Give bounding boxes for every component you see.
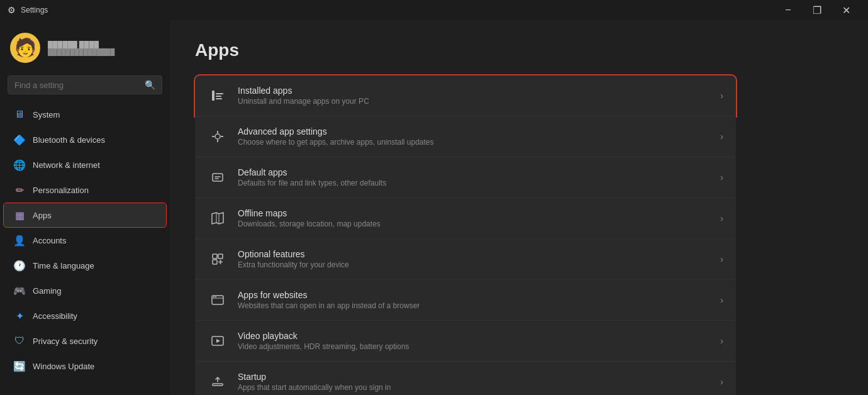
nav-item-gaming[interactable]: 🎮 Gaming (4, 279, 166, 303)
maximize-button[interactable]: ❐ (803, 0, 832, 20)
chevron-icon: › (720, 295, 723, 305)
settings-item-offline-maps[interactable]: Offline maps Downloads, storage location… (195, 198, 736, 239)
minimize-button[interactable]: − (774, 0, 803, 20)
chevron-icon: › (720, 131, 723, 142)
svg-rect-14 (218, 254, 223, 259)
nav-item-privacy[interactable]: 🛡 Privacy & security (4, 329, 166, 353)
nav-item-bluetooth[interactable]: 🔷 Bluetooth & devices (4, 128, 166, 152)
settings-item-text: Apps for websites Websites that can open… (238, 290, 420, 310)
nav-item-apps[interactable]: ▦ Apps (4, 203, 166, 227)
accessibility-icon: ✦ (14, 310, 25, 321)
titlebar-left: ⚙ Settings (8, 5, 48, 15)
optional-features-title: Optional features (238, 249, 349, 259)
advanced-app-settings-desc: Choose where to get apps, archive apps, … (238, 138, 434, 147)
offline-maps-desc: Downloads, storage location, map updates (238, 220, 381, 228)
settings-item-video-playback[interactable]: Video playback Video adjustments, HDR st… (195, 321, 736, 362)
accounts-icon: 👤 (14, 235, 25, 246)
nav-item-accounts[interactable]: 👤 Accounts (4, 228, 166, 252)
nav-label-accessibility: Accessibility (33, 311, 77, 321)
settings-item-left: Installed apps Uninstall and manage apps… (208, 86, 369, 106)
settings-item-advanced-app-settings[interactable]: Advanced app settings Choose where to ge… (195, 116, 736, 157)
default-apps-icon (208, 167, 228, 187)
settings-item-text: Default apps Defaults for file and link … (238, 167, 386, 187)
nav-label-accounts: Accounts (33, 236, 66, 245)
apps-for-websites-icon (208, 290, 228, 310)
svg-rect-6 (217, 140, 218, 142)
installed-apps-title: Installed apps (238, 86, 369, 96)
personalization-icon: ✏ (14, 184, 25, 196)
chevron-icon: › (720, 172, 723, 182)
default-apps-title: Default apps (238, 167, 386, 177)
nav-item-system[interactable]: 🖥 System (4, 103, 166, 126)
svg-rect-0 (212, 91, 214, 101)
nav-item-accessibility[interactable]: ✦ Accessibility (4, 304, 166, 328)
settings-item-left: Advanced app settings Choose where to ge… (208, 126, 434, 147)
bluetooth-icon: 🔷 (14, 134, 25, 145)
offline-maps-icon (208, 208, 228, 228)
titlebar: ⚙ Settings − ❐ ✕ (0, 0, 868, 20)
user-email: ███████████████ (48, 48, 114, 55)
time-icon: 🕐 (14, 260, 25, 271)
settings-item-text: Advanced app settings Choose where to ge… (238, 126, 434, 147)
settings-item-left: Video playback Video adjustments, HDR st… (208, 331, 409, 351)
settings-item-default-apps[interactable]: Default apps Defaults for file and link … (195, 157, 736, 198)
nav-label-system: System (33, 110, 60, 120)
advanced-app-settings-icon (208, 126, 228, 147)
search-input[interactable] (14, 81, 140, 90)
settings-item-left: Offline maps Downloads, storage location… (208, 208, 381, 228)
svg-rect-5 (217, 131, 218, 133)
sidebar: 🧑 ██████ ████ ███████████████ 🔍 🖥 System… (0, 20, 170, 395)
search-box[interactable]: 🔍 (8, 75, 162, 94)
optional-features-icon (208, 249, 228, 269)
windowsupdate-icon: 🔄 (14, 360, 25, 372)
video-playback-desc: Video adjustments, HDR streaming, batter… (238, 342, 409, 351)
settings-item-apps-for-websites[interactable]: Apps for websites Websites that can open… (195, 280, 736, 321)
close-button[interactable]: ✕ (832, 0, 860, 20)
nav-label-network: Network & internet (33, 160, 100, 170)
svg-point-19 (213, 296, 214, 298)
advanced-app-settings-title: Advanced app settings (238, 126, 434, 136)
page-title: Apps (195, 40, 843, 60)
startup-title: Startup (238, 372, 391, 382)
avatar-icon: 🧑 (14, 39, 36, 57)
settings-item-left: Default apps Defaults for file and link … (208, 167, 386, 187)
nav-label-time: Time & language (33, 261, 94, 270)
settings-list: Installed apps Uninstall and manage apps… (195, 75, 736, 395)
settings-item-left: Startup Apps that start automatically wh… (208, 372, 391, 392)
user-profile[interactable]: 🧑 ██████ ████ ███████████████ (0, 25, 170, 75)
nav-item-personalization[interactable]: ✏ Personalization (4, 178, 166, 202)
avatar: 🧑 (10, 33, 40, 63)
network-icon: 🌐 (14, 159, 25, 170)
nav-label-privacy: Privacy & security (33, 337, 97, 346)
apps-for-websites-title: Apps for websites (238, 290, 420, 300)
nav-label-gaming: Gaming (33, 286, 62, 296)
main-content: Apps Installed apps Uninsta (170, 20, 868, 395)
svg-rect-23 (213, 384, 223, 386)
nav-item-time[interactable]: 🕐 Time & language (4, 253, 166, 277)
video-playback-title: Video playback (238, 331, 409, 341)
nav-item-windowsupdate[interactable]: 🔄 Windows Update (4, 354, 166, 378)
nav-label-personalization: Personalization (33, 186, 89, 195)
nav-item-network[interactable]: 🌐 Network & internet (4, 153, 166, 177)
user-info: ██████ ████ ███████████████ (48, 41, 114, 55)
settings-item-startup[interactable]: Startup Apps that start automatically wh… (195, 362, 736, 395)
settings-item-installed-apps[interactable]: Installed apps Uninstall and manage apps… (195, 75, 736, 116)
settings-item-text: Optional features Extra functionality fo… (238, 249, 349, 269)
chevron-icon: › (720, 213, 723, 223)
svg-rect-9 (213, 174, 223, 181)
svg-point-20 (215, 296, 216, 298)
nav-label-windowsupdate: Windows Update (33, 362, 94, 371)
default-apps-desc: Defaults for file and link types, other … (238, 179, 386, 187)
svg-marker-22 (216, 339, 220, 343)
svg-rect-8 (221, 136, 223, 137)
settings-item-left: Optional features Extra functionality fo… (208, 249, 349, 269)
svg-point-4 (215, 134, 220, 139)
video-playback-icon (208, 331, 228, 351)
system-icon: 🖥 (14, 109, 25, 120)
settings-item-optional-features[interactable]: Optional features Extra functionality fo… (195, 239, 736, 280)
app-body: 🧑 ██████ ████ ███████████████ 🔍 🖥 System… (0, 20, 868, 395)
offline-maps-title: Offline maps (238, 208, 381, 218)
svg-rect-13 (213, 254, 217, 259)
svg-rect-1 (216, 93, 223, 94)
settings-app-icon: ⚙ (8, 5, 16, 15)
